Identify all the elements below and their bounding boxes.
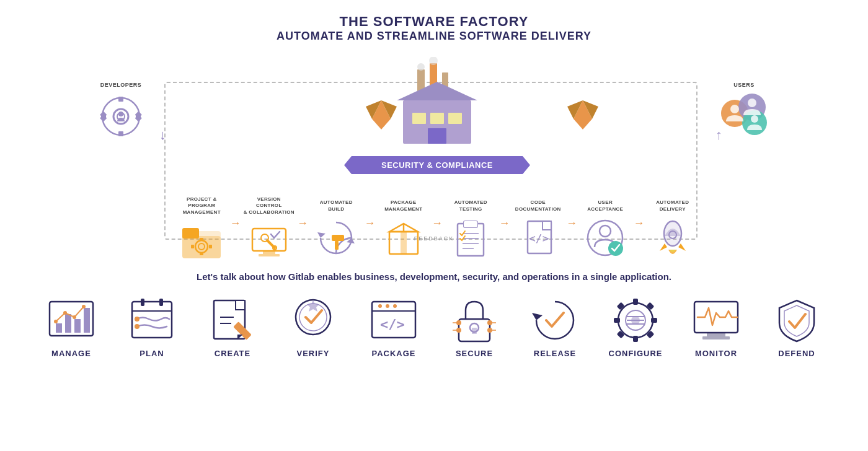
- svg-point-85: [73, 315, 76, 319]
- svg-marker-26: [372, 119, 391, 129]
- release-label: RELEASE: [534, 349, 576, 358]
- bottom-item-manage: MANAGE: [37, 296, 105, 358]
- developers-icon: [96, 92, 146, 141]
- svg-rect-120: [633, 299, 638, 305]
- plan-label: PLAN: [140, 349, 164, 358]
- svg-rect-44: [191, 245, 194, 248]
- gitlab-fox-right: [564, 97, 601, 131]
- code-documentation-icon: </>: [516, 216, 560, 260]
- svg-point-91: [135, 317, 140, 322]
- manage-icon: [46, 296, 96, 345]
- monitor-label: MONITOR: [695, 349, 737, 358]
- svg-rect-135: [702, 336, 730, 339]
- svg-point-103: [378, 304, 382, 308]
- svg-point-92: [135, 324, 140, 329]
- svg-rect-20: [430, 113, 444, 124]
- factory-building: [388, 57, 487, 159]
- verify-icon: [288, 296, 338, 345]
- page-title: THE SOFTWARE FACTORY: [277, 14, 591, 30]
- users-arrow: ↑: [715, 127, 722, 143]
- svg-marker-100: [307, 300, 319, 312]
- pipeline-label-user: USERACCEPTANCE: [587, 199, 623, 212]
- pipeline-label-delivery: AUTOMATEDDELIVERY: [656, 199, 689, 212]
- svg-point-34: [730, 105, 739, 113]
- svg-rect-19: [412, 113, 426, 124]
- svg-point-10: [118, 112, 123, 116]
- svg-marker-30: [574, 119, 592, 129]
- users-icon: [716, 92, 772, 141]
- pipeline-item-testing: AUTOMATEDTESTING: [443, 199, 499, 260]
- users-section: USERS: [716, 82, 772, 141]
- bottom-item-secure: SECURE: [440, 296, 508, 358]
- bottom-icons-row: MANAGE PLAN: [37, 296, 831, 358]
- arrow-1: →: [230, 217, 241, 230]
- bottom-item-release: RELEASE: [521, 296, 589, 358]
- project-management-icon: [180, 219, 223, 263]
- bottom-item-package: </> PACKAGE: [360, 296, 428, 358]
- arrow-2: →: [297, 217, 308, 230]
- package-label: PACKAGE: [371, 349, 415, 358]
- pipeline-label-testing: AUTOMATEDTESTING: [454, 199, 487, 212]
- header: THE SOFTWARE FACTORY AUTOMATE AND STREAM…: [277, 14, 591, 43]
- svg-rect-46: [252, 229, 286, 251]
- arrow-5: →: [499, 217, 510, 230]
- developers-label: DEVELOPERS: [100, 82, 142, 88]
- defend-icon: [772, 296, 822, 345]
- pipeline-label-build: AUTOMATEDBUILD: [320, 199, 353, 212]
- svg-rect-90: [159, 299, 163, 306]
- manage-label: MANAGE: [51, 349, 91, 358]
- svg-rect-79: [56, 323, 62, 333]
- svg-point-36: [751, 115, 758, 123]
- gitlab-logo-right: [564, 97, 601, 134]
- user-acceptance-icon: [583, 216, 627, 260]
- svg-rect-80: [65, 314, 71, 333]
- bottom-item-verify: VERIFY: [279, 296, 347, 358]
- pipeline-label-code: CODEDOCUMENTATION: [515, 199, 561, 212]
- page-subtitle: AUTOMATE AND STREAMLINE SOFTWARE DELIVER…: [277, 30, 591, 43]
- svg-rect-54: [332, 235, 344, 241]
- bottom-item-plan: PLAN: [118, 296, 186, 358]
- arrow-4: →: [432, 217, 443, 230]
- automated-delivery-icon: [651, 216, 694, 260]
- svg-point-84: [63, 311, 67, 315]
- svg-marker-118: [532, 313, 542, 320]
- monitor-icon: [691, 296, 741, 345]
- bottom-item-create: CREATE: [198, 296, 267, 358]
- svg-point-104: [386, 304, 389, 308]
- arrow-7: →: [634, 217, 645, 230]
- pipeline-row: PROJECT &PROGRAMMANAGEMENT → VERSIONCONT…: [174, 196, 701, 263]
- svg-point-83: [54, 320, 58, 323]
- pipeline-label-version: VERSIONCONTROL& COLLABORATION: [244, 196, 294, 216]
- gitlab-logo-left: [363, 97, 400, 134]
- plan-icon: [127, 296, 177, 345]
- users-label: USERS: [733, 82, 755, 88]
- svg-rect-96: [233, 322, 252, 340]
- configure-label: CONFIGURE: [609, 349, 663, 358]
- feedback-label: FEEDBACK: [414, 235, 454, 242]
- automated-testing-icon: [449, 216, 492, 260]
- create-label: CREATE: [215, 349, 250, 358]
- factory-icon: [388, 57, 487, 156]
- svg-rect-123: [651, 318, 657, 323]
- svg-point-71: [600, 226, 611, 237]
- secure-label: SECURE: [456, 349, 493, 358]
- pipeline-item-project: PROJECT &PROGRAMMANAGEMENT: [174, 196, 230, 263]
- svg-text:</>: </>: [380, 317, 405, 332]
- pipeline-item-user: USERACCEPTANCE: [577, 199, 634, 260]
- svg-marker-75: [660, 243, 667, 251]
- svg-rect-122: [614, 318, 620, 323]
- diagram: DEVELOPERS ↓: [84, 48, 784, 268]
- configure-icon: [611, 296, 660, 345]
- pipeline-item-delivery: AUTOMATEDDELIVERY: [645, 199, 701, 260]
- svg-rect-47: [263, 251, 275, 254]
- package-icon: </>: [369, 296, 418, 345]
- svg-rect-55: [335, 241, 339, 250]
- svg-point-86: [82, 305, 86, 309]
- version-control-icon: [247, 219, 291, 263]
- pipeline-label-package: PACKAGEMANAGEMENT: [384, 199, 422, 212]
- secure-icon: [450, 296, 499, 345]
- svg-rect-134: [707, 333, 725, 336]
- svg-marker-18: [397, 82, 477, 100]
- svg-rect-42: [200, 238, 203, 241]
- security-banner: SECURITY & COMPLIANCE: [344, 156, 530, 174]
